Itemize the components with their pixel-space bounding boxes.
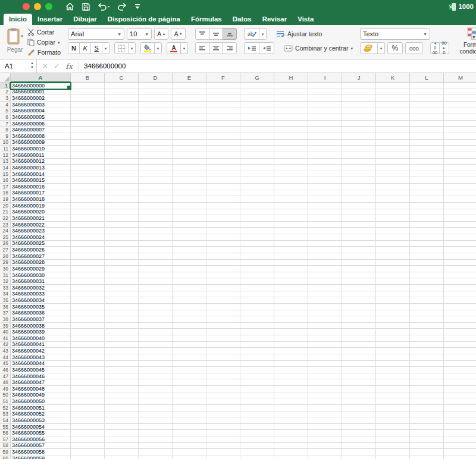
cell-J45[interactable]: [342, 361, 376, 367]
cell-B34[interactable]: [71, 291, 105, 298]
cell-I49[interactable]: [308, 386, 342, 392]
cell-L54[interactable]: [410, 417, 444, 424]
cell-G32[interactable]: [240, 278, 274, 285]
number-format-select[interactable]: Texto ▼: [360, 28, 430, 40]
cell-K45[interactable]: [376, 361, 410, 367]
cell-J51[interactable]: [342, 398, 376, 405]
cell-D22[interactable]: [139, 215, 173, 222]
cell-D1[interactable]: [139, 83, 173, 89]
cut-button[interactable]: Cortar: [27, 28, 61, 37]
cell-F51[interactable]: [206, 398, 240, 405]
cell-C26[interactable]: [105, 241, 139, 247]
cell-E24[interactable]: [173, 228, 206, 234]
cell-J25[interactable]: [342, 234, 376, 241]
cell-I38[interactable]: [308, 316, 342, 323]
cell-B26[interactable]: [71, 241, 105, 247]
cell-E30[interactable]: [173, 266, 206, 272]
cell-I56[interactable]: [308, 430, 342, 436]
row-header-57[interactable]: 57: [0, 436, 11, 443]
row-header-55[interactable]: 55: [0, 424, 11, 430]
cell-D7[interactable]: [139, 121, 173, 127]
cell-E5[interactable]: [173, 108, 206, 115]
align-right-button[interactable]: [223, 42, 237, 54]
cell-F44[interactable]: [206, 354, 240, 361]
cell-H8[interactable]: [274, 127, 308, 133]
cell-I32[interactable]: [308, 278, 342, 285]
align-middle-button[interactable]: [209, 28, 223, 40]
cell-J36[interactable]: [342, 304, 376, 310]
cell-K44[interactable]: [376, 354, 410, 361]
cell-I21[interactable]: [308, 209, 342, 216]
cell-C47[interactable]: [105, 373, 139, 380]
cell-E20[interactable]: [173, 203, 206, 209]
cell-E53[interactable]: [173, 411, 206, 418]
cell-H52[interactable]: [274, 405, 308, 411]
cell-M11[interactable]: [444, 146, 476, 152]
cell-D41[interactable]: [139, 335, 173, 342]
cell-D45[interactable]: [139, 361, 173, 367]
cell-F6[interactable]: [206, 114, 240, 121]
cell-L50[interactable]: [410, 392, 444, 399]
cell-E19[interactable]: [173, 196, 206, 203]
cell-M25[interactable]: [444, 234, 476, 241]
cell-G8[interactable]: [240, 127, 274, 133]
cell-J18[interactable]: [342, 190, 376, 197]
cell-F22[interactable]: [206, 215, 240, 222]
cell-E9[interactable]: [173, 133, 206, 140]
cell-G1[interactable]: [240, 83, 274, 89]
cell-L55[interactable]: [410, 424, 444, 430]
cell-E38[interactable]: [173, 316, 206, 323]
cell-B8[interactable]: [71, 127, 105, 133]
cell-M40[interactable]: [444, 329, 476, 335]
cell-F45[interactable]: [206, 361, 240, 367]
cell-K48[interactable]: [376, 379, 410, 386]
row-header-24[interactable]: 24: [0, 228, 11, 234]
cell-K43[interactable]: [376, 348, 410, 354]
cell-H40[interactable]: [274, 329, 308, 335]
cell-L3[interactable]: [410, 95, 444, 102]
cell-H17[interactable]: [274, 184, 308, 190]
cell-B42[interactable]: [71, 342, 105, 348]
cell-E43[interactable]: [173, 348, 206, 354]
cell-C48[interactable]: [105, 379, 139, 386]
cell-L42[interactable]: [410, 342, 444, 348]
cell-J28[interactable]: [342, 253, 376, 260]
cell-A46[interactable]: 34666000045: [11, 367, 71, 373]
cell-A47[interactable]: 34666000046: [11, 373, 71, 380]
cell-F41[interactable]: [206, 335, 240, 342]
cell-F14[interactable]: [206, 165, 240, 171]
cell-L13[interactable]: [410, 159, 444, 165]
cell-L58[interactable]: [410, 443, 444, 449]
cell-D21[interactable]: [139, 209, 173, 216]
undo-dropdown-icon[interactable]: ▾: [108, 5, 109, 8]
cell-M43[interactable]: [444, 348, 476, 354]
row-header-32[interactable]: 32: [0, 278, 11, 285]
cell-K50[interactable]: [376, 392, 410, 399]
cell-E2[interactable]: [173, 89, 206, 96]
cell-B29[interactable]: [71, 260, 105, 266]
cell-B50[interactable]: [71, 392, 105, 399]
cell-B9[interactable]: [71, 133, 105, 140]
cell-A13[interactable]: 34666000012: [11, 159, 71, 165]
cell-A32[interactable]: 34666000031: [11, 278, 71, 285]
cell-E27[interactable]: [173, 247, 206, 253]
cancel-entry-button[interactable]: ×: [43, 61, 48, 71]
cell-A38[interactable]: 34666000037: [11, 316, 71, 323]
cell-E3[interactable]: [173, 95, 206, 102]
cell-H53[interactable]: [274, 411, 308, 418]
cell-K8[interactable]: [376, 127, 410, 133]
cell-J1[interactable]: [342, 83, 376, 89]
cell-I31[interactable]: [308, 272, 342, 279]
cell-A20[interactable]: 34666000019: [11, 203, 71, 209]
cell-I14[interactable]: [308, 165, 342, 171]
cell-H36[interactable]: [274, 304, 308, 310]
cell-M33[interactable]: [444, 285, 476, 291]
cell-A2[interactable]: 34666000001: [11, 89, 71, 96]
close-button[interactable]: [23, 3, 30, 10]
cell-M26[interactable]: [444, 241, 476, 247]
cell-G26[interactable]: [240, 241, 274, 247]
cell-M38[interactable]: [444, 316, 476, 323]
cell-L51[interactable]: [410, 398, 444, 405]
cell-M27[interactable]: [444, 247, 476, 253]
cell-M37[interactable]: [444, 310, 476, 317]
